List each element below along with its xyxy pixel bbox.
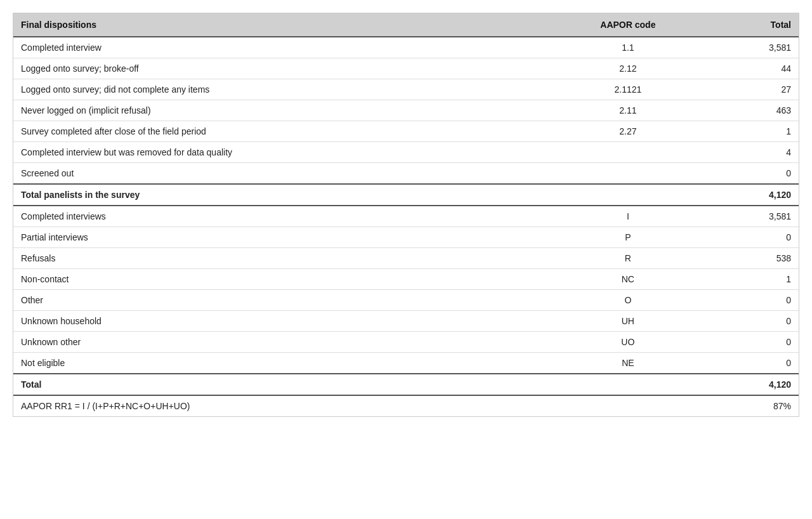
table-row: RefusalsR538 xyxy=(13,248,799,269)
table-row: Completed interviewsI3,581 xyxy=(13,206,799,227)
table-row: Screened out0 xyxy=(13,163,799,185)
total-cell: 463 xyxy=(710,100,799,121)
aapor-code-cell xyxy=(545,142,710,163)
disposition-cell: Screened out xyxy=(13,163,545,185)
aapor-code-cell: NE xyxy=(545,353,710,374)
disposition-cell: Partial interviews xyxy=(13,227,545,248)
total-cell: 0 xyxy=(710,332,799,353)
aapor-code-cell: 2.27 xyxy=(545,121,710,142)
disposition-cell: Never logged on (implicit refusal) xyxy=(13,100,545,121)
aapor-code-cell: 1.1 xyxy=(545,37,710,58)
total-cell: 0 xyxy=(710,311,799,332)
total-cell: 1 xyxy=(710,269,799,290)
aapor-code-cell xyxy=(545,395,710,416)
table-row: Not eligibleNE0 xyxy=(13,353,799,374)
total-cell: 538 xyxy=(710,248,799,269)
disposition-cell: Not eligible xyxy=(13,353,545,374)
total-cell: 4,120 xyxy=(710,374,799,395)
table-row: Completed interview1.13,581 xyxy=(13,37,799,58)
aapor-code-cell xyxy=(545,184,710,206)
disposition-cell: Survey completed after close of the fiel… xyxy=(13,121,545,142)
table-header-row: Final dispositions AAPOR code Total xyxy=(13,13,799,37)
disposition-cell: Completed interview xyxy=(13,37,545,58)
table-row: Completed interview but was removed for … xyxy=(13,142,799,163)
aapor-code-cell: UH xyxy=(545,311,710,332)
aapor-code-cell: 2.1121 xyxy=(545,79,710,100)
aapor-code-cell xyxy=(545,374,710,395)
table-row: OtherO0 xyxy=(13,290,799,311)
aapor-code-cell: R xyxy=(545,248,710,269)
table-row: Survey completed after close of the fiel… xyxy=(13,121,799,142)
header-total: Total xyxy=(710,13,799,37)
aapor-code-cell: 2.12 xyxy=(545,58,710,79)
aapor-code-cell xyxy=(545,163,710,185)
disposition-cell: Unknown household xyxy=(13,311,545,332)
total-cell: 44 xyxy=(710,58,799,79)
disposition-cell: Unknown other xyxy=(13,332,545,353)
disposition-cell: Logged onto survey; did not complete any… xyxy=(13,79,545,100)
dispositions-table: Final dispositions AAPOR code Total Comp… xyxy=(13,13,799,417)
disposition-cell: Refusals xyxy=(13,248,545,269)
table-row: Partial interviewsP0 xyxy=(13,227,799,248)
total-cell: 0 xyxy=(710,163,799,185)
aapor-code-cell: O xyxy=(545,290,710,311)
disposition-cell: Non-contact xyxy=(13,269,545,290)
table-row: Total4,120 xyxy=(13,374,799,395)
aapor-code-cell: 2.11 xyxy=(545,100,710,121)
table-row: Never logged on (implicit refusal)2.1146… xyxy=(13,100,799,121)
table-row: Logged onto survey; broke-off2.1244 xyxy=(13,58,799,79)
total-cell: 87% xyxy=(710,395,799,416)
disposition-cell: AAPOR RR1 = I / (I+P+R+NC+O+UH+UO) xyxy=(13,395,545,416)
header-final-dispositions: Final dispositions xyxy=(13,13,545,37)
total-cell: 0 xyxy=(710,227,799,248)
table-row: Non-contactNC1 xyxy=(13,269,799,290)
total-cell: 4,120 xyxy=(710,184,799,206)
disposition-cell: Completed interviews xyxy=(13,206,545,227)
table-row: AAPOR RR1 = I / (I+P+R+NC+O+UH+UO)87% xyxy=(13,395,799,416)
total-cell: 3,581 xyxy=(710,206,799,227)
table-row: Unknown householdUH0 xyxy=(13,311,799,332)
total-cell: 0 xyxy=(710,290,799,311)
disposition-cell: Total xyxy=(13,374,545,395)
table-row: Logged onto survey; did not complete any… xyxy=(13,79,799,100)
total-cell: 1 xyxy=(710,121,799,142)
aapor-code-cell: UO xyxy=(545,332,710,353)
header-aapor-code: AAPOR code xyxy=(545,13,710,37)
aapor-code-cell: I xyxy=(545,206,710,227)
total-cell: 3,581 xyxy=(710,37,799,58)
aapor-code-cell: NC xyxy=(545,269,710,290)
disposition-cell: Total panelists in the survey xyxy=(13,184,545,206)
disposition-cell: Completed interview but was removed for … xyxy=(13,142,545,163)
aapor-code-cell: P xyxy=(545,227,710,248)
total-cell: 27 xyxy=(710,79,799,100)
table-row: Total panelists in the survey4,120 xyxy=(13,184,799,206)
table-row: Unknown otherUO0 xyxy=(13,332,799,353)
total-cell: 4 xyxy=(710,142,799,163)
disposition-cell: Logged onto survey; broke-off xyxy=(13,58,545,79)
disposition-cell: Other xyxy=(13,290,545,311)
total-cell: 0 xyxy=(710,353,799,374)
